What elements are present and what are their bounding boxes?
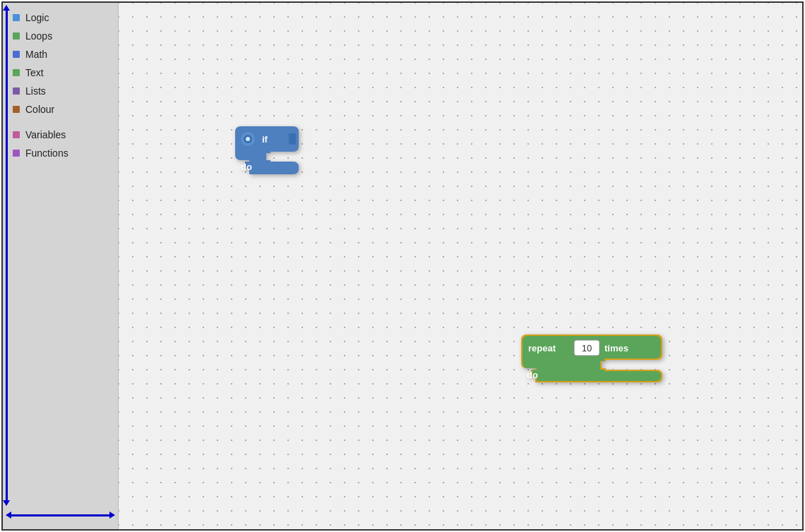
sidebar-label-text: Text <box>25 67 44 78</box>
math-color-dot <box>13 51 20 58</box>
sidebar-item-variables[interactable]: Variables <box>3 126 118 144</box>
sidebar-label-functions: Functions <box>25 147 68 159</box>
sidebar-item-text[interactable]: Text <box>3 64 118 82</box>
sidebar-item-loops[interactable]: Loops <box>3 27 118 45</box>
sidebar-spacer <box>3 119 118 126</box>
svg-text:do: do <box>527 370 538 380</box>
sidebar-label-variables: Variables <box>25 129 66 140</box>
sidebar-item-logic[interactable]: Logic <box>3 8 118 27</box>
sidebar-label-lists: Lists <box>25 85 46 97</box>
sidebar-label-loops: Loops <box>25 30 52 42</box>
svg-text:if: if <box>262 134 268 145</box>
if-block-svg: if do <box>235 126 299 174</box>
svg-point-2 <box>246 137 250 141</box>
svg-text:repeat: repeat <box>528 343 556 353</box>
main-container: Logic Loops Math Text Lists Colour Varia… <box>1 1 804 531</box>
sidebar-item-lists[interactable]: Lists <box>3 82 118 100</box>
if-block[interactable]: if do <box>235 126 299 177</box>
lists-color-dot <box>13 87 20 95</box>
repeat-block-svg: repeat 10 times do <box>521 334 662 382</box>
colour-color-dot <box>13 106 20 113</box>
sidebar-label-colour: Colour <box>25 104 54 115</box>
svg-text:10: 10 <box>582 343 592 353</box>
loops-color-dot <box>13 32 20 40</box>
sidebar: Logic Loops Math Text Lists Colour Varia… <box>3 3 119 529</box>
variables-color-dot <box>13 131 20 138</box>
svg-text:do: do <box>241 162 252 172</box>
sidebar-label-logic: Logic <box>25 12 49 23</box>
canvas-area[interactable]: if do repeat 10 times <box>119 3 802 529</box>
svg-text:times: times <box>604 343 628 353</box>
sidebar-label-math: Math <box>25 49 47 60</box>
sidebar-item-math[interactable]: Math <box>3 45 118 64</box>
text-color-dot <box>13 69 20 76</box>
repeat-block[interactable]: repeat 10 times do <box>521 334 662 385</box>
sidebar-item-functions[interactable]: Functions <box>3 144 118 162</box>
logic-color-dot <box>13 14 20 21</box>
functions-color-dot <box>13 150 20 157</box>
sidebar-item-colour[interactable]: Colour <box>3 100 118 119</box>
svg-rect-4 <box>289 133 296 145</box>
